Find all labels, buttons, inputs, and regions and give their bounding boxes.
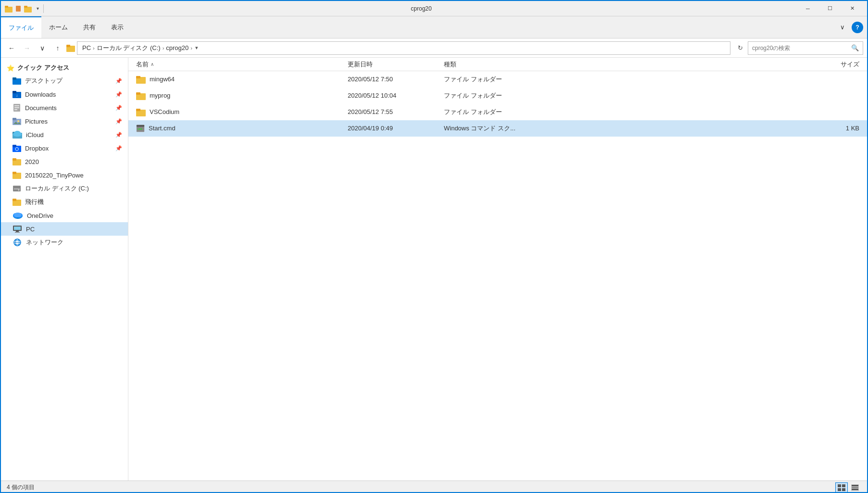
svg-rect-44 (16, 231, 19, 232)
tab-home[interactable]: ホーム (41, 16, 75, 38)
folder-tinypower-icon (13, 171, 21, 179)
back-button[interactable]: ← (5, 41, 18, 55)
sidebar-item-tinypower[interactable]: 20150220_TinyPowe (1, 168, 128, 182)
pin-icon-documents: 📌 (115, 105, 122, 111)
pc-label: PC (26, 226, 122, 233)
sidebar-item-dropbox[interactable]: ⬡ Dropbox 📌 (1, 141, 128, 155)
svg-rect-63 (842, 488, 845, 491)
pin-icon-desktop: 📌 (115, 78, 122, 84)
network-icon (13, 239, 22, 246)
svg-rect-52 (136, 76, 140, 78)
sidebar-item-desktop[interactable]: デスクトップ 📌 (1, 74, 128, 88)
sidebar-item-network[interactable]: ネットワーク (1, 236, 128, 249)
window-title: cprog20 (46, 5, 797, 12)
col-header-type[interactable]: 種類 (440, 60, 536, 69)
help-button[interactable]: ? (852, 22, 863, 33)
svg-rect-43 (14, 227, 21, 230)
tinypower-label: 20150220_TinyPowe (25, 172, 122, 179)
svg-rect-2 (16, 6, 21, 12)
downloads-folder-icon: ↓ (13, 90, 21, 98)
sidebar-item-pc[interactable]: PC (1, 222, 128, 236)
app-icon (5, 5, 13, 13)
pin-icon-icloud: 📌 (115, 132, 122, 138)
col-header-size[interactable]: サイズ (536, 60, 863, 69)
close-button[interactable]: ✕ (841, 1, 863, 16)
documents-label: Documents (25, 104, 112, 112)
sidebar-item-downloads[interactable]: ↓ Downloads 📌 (1, 88, 128, 101)
desktop-folder-icon (13, 77, 21, 85)
path-drive[interactable]: ローカル ディスク (C:) (96, 44, 162, 52)
icloud-label: iCloud (26, 131, 112, 139)
svg-point-25 (13, 133, 21, 137)
icloud-icon (13, 131, 22, 139)
2020-label: 2020 (25, 158, 122, 165)
file-name: mingw64 (150, 76, 175, 83)
tab-file[interactable]: ファイル (1, 16, 41, 38)
downloads-label: Downloads (25, 91, 112, 98)
sidebar-item-airplane[interactable]: 飛行機 (1, 195, 128, 209)
path-sep-2: › (163, 45, 164, 51)
path-folder[interactable]: cprog20 (165, 44, 189, 51)
folder-icon (136, 75, 146, 84)
sidebar-item-2020[interactable]: 2020 (1, 155, 128, 168)
table-row[interactable]: cmd Start.cmd 2020/04/19 0:49 Windows コマ… (128, 120, 867, 137)
svg-text:cmd: cmd (138, 127, 142, 130)
svg-rect-17 (13, 118, 16, 120)
up-button[interactable]: ↑ (51, 41, 64, 55)
minimize-button[interactable]: ─ (797, 1, 819, 16)
search-input[interactable] (752, 45, 849, 51)
sidebar-item-pictures[interactable]: Pictures 📌 (1, 114, 128, 128)
maximize-button[interactable]: ☐ (819, 1, 841, 16)
search-box: 🔍 (748, 41, 863, 55)
item-count: 4 個の項目 (7, 483, 35, 492)
table-row[interactable]: mingw64 2020/05/12 7:50 ファイル フォルダー (128, 71, 867, 88)
refresh-button[interactable]: ↻ (734, 41, 746, 55)
col-header-name[interactable]: 名前 ∧ (132, 60, 344, 69)
sidebar-item-onedrive[interactable]: OneDrive (1, 209, 128, 222)
status-bar: 4 個の項目 (1, 480, 867, 493)
file-type: ファイル フォルダー (440, 108, 536, 116)
dropbox-label: Dropbox (25, 145, 112, 152)
cmd-file-icon: cmd (136, 124, 145, 133)
airplane-folder-icon (13, 198, 21, 206)
path-dropdown[interactable]: ▾ (195, 45, 198, 51)
table-row[interactable]: myprog 2020/05/12 10:04 ファイル フォルダー (128, 88, 867, 104)
details-view-button[interactable] (849, 482, 861, 493)
recent-locations-button[interactable]: ∨ (36, 41, 49, 55)
table-row[interactable]: VSCodium 2020/05/12 7:55 ファイル フォルダー (128, 104, 867, 120)
file-name: VSCodium (150, 108, 179, 115)
desktop-label: デスクトップ (25, 76, 112, 85)
tab-view[interactable]: 表示 (103, 16, 131, 38)
file-name-cell: myprog (132, 91, 344, 100)
quick-access-header[interactable]: ⭐ クイック アクセス (1, 62, 128, 74)
ribbon-collapse-button[interactable]: ∨ (835, 20, 850, 35)
svg-rect-30 (13, 158, 16, 161)
network-label: ネットワーク (26, 238, 122, 247)
file-list: mingw64 2020/05/12 7:50 ファイル フォルダー mypro… (128, 71, 867, 480)
file-name: myprog (150, 92, 170, 99)
svg-rect-14 (14, 107, 19, 108)
svg-rect-37 (13, 199, 16, 201)
svg-rect-58 (137, 125, 144, 126)
folder-icon (136, 91, 146, 100)
sidebar-item-local-drive[interactable]: ローカル ディスク (C:) (1, 182, 128, 195)
list-view-button[interactable] (835, 482, 848, 493)
file-type: ファイル フォルダー (440, 91, 536, 100)
search-icon[interactable]: 🔍 (851, 44, 859, 51)
quick-access-dropdown[interactable]: ▾ (34, 5, 41, 13)
pin-icon-downloads: 📌 (115, 91, 122, 98)
col-header-date[interactable]: 更新日時 (344, 60, 440, 69)
forward-button[interactable]: → (20, 41, 34, 55)
tab-share[interactable]: 共有 (75, 16, 103, 38)
path-sep-1: › (93, 45, 95, 51)
documents-icon (13, 104, 21, 112)
path-pc[interactable]: PC (81, 44, 92, 51)
svg-rect-45 (15, 232, 20, 233)
svg-rect-34 (14, 189, 20, 190)
sidebar-item-documents[interactable]: Documents 📌 (1, 101, 128, 114)
folder-yellow-icon (24, 5, 32, 13)
pc-icon (13, 225, 22, 233)
address-path[interactable]: PC › ローカル ディスク (C:) › cprog20 › ▾ (77, 41, 730, 55)
sidebar-item-icloud[interactable]: iCloud 📌 (1, 128, 128, 141)
svg-rect-67 (852, 489, 858, 490)
